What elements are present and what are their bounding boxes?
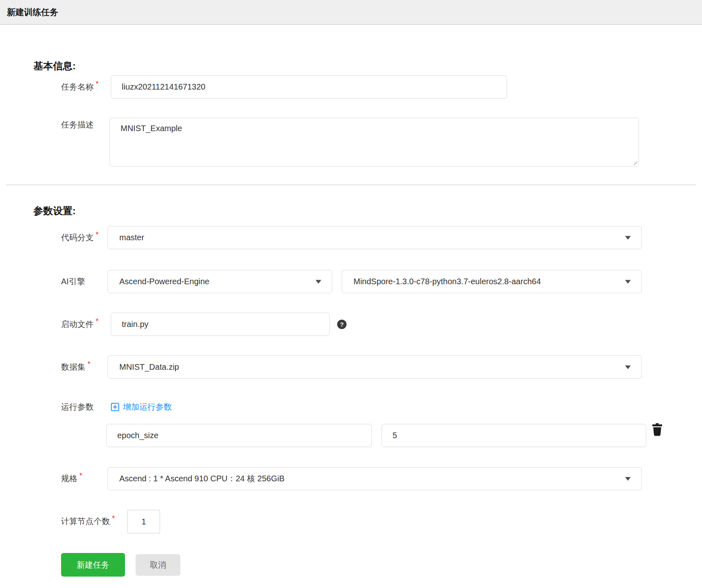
task-desc-textarea-wrap: MNIST_Example xyxy=(110,118,639,167)
code-branch-select[interactable]: master xyxy=(107,226,642,249)
chevron-down-icon xyxy=(625,477,631,480)
code-branch-label: 代码分支* xyxy=(61,226,99,249)
task-name-input[interactable] xyxy=(111,75,507,99)
task-desc-textarea[interactable]: MNIST_Example xyxy=(110,118,639,167)
trash-icon xyxy=(652,423,663,436)
add-run-param-link[interactable]: 增加运行参数 xyxy=(111,401,172,412)
add-run-param-text: 增加运行参数 xyxy=(123,402,172,412)
page-header: 新建训练任务 xyxy=(0,0,702,25)
chevron-down-icon xyxy=(625,280,631,283)
dataset-value: MNIST_Data.zip xyxy=(119,362,179,372)
section-heading-parameter-settings: 参数设置: xyxy=(33,204,76,217)
cancel-button[interactable]: 取消 xyxy=(136,554,180,576)
chevron-down-icon xyxy=(316,280,321,283)
section-divider xyxy=(6,184,696,185)
required-mark: * xyxy=(96,317,99,326)
plus-square-icon xyxy=(111,403,119,411)
boot-file-input[interactable] xyxy=(111,313,330,336)
required-mark: * xyxy=(112,514,115,523)
page-title: 新建训练任务 xyxy=(7,7,58,18)
task-desc-label: 任务描述 xyxy=(61,113,94,136)
boot-file-label: 启动文件* xyxy=(61,313,99,336)
required-mark: * xyxy=(88,360,90,369)
dataset-select[interactable]: MNIST_Data.zip xyxy=(107,355,642,379)
required-mark: * xyxy=(96,230,99,239)
required-mark: * xyxy=(79,472,82,480)
spec-select[interactable]: Ascend : 1 * Ascend 910 CPU：24 核 256GiB xyxy=(107,467,642,490)
run-param-key-input[interactable] xyxy=(106,424,372,447)
help-question-icon[interactable]: ? xyxy=(337,320,347,329)
ai-engine-select[interactable]: Ascend-Powered-Engine xyxy=(107,270,332,293)
delete-run-param-button[interactable] xyxy=(650,423,664,437)
engine-version-value: MindSpore-1.3.0-c78-python3.7-euleros2.8… xyxy=(353,277,541,286)
chevron-down-icon xyxy=(625,365,631,369)
run-params-label: 运行参数 xyxy=(61,395,94,419)
required-mark: * xyxy=(96,80,99,88)
spec-label: 规格* xyxy=(61,467,82,490)
task-name-label: 任务名称* xyxy=(61,75,99,99)
node-count-input[interactable] xyxy=(127,510,160,533)
new-training-task-page: 新建训练任务 基本信息: 任务名称* 任务描述 MNIST_Example 参数… xyxy=(0,0,702,588)
spec-value: Ascend : 1 * Ascend 910 CPU：24 核 256GiB xyxy=(119,473,285,484)
node-count-label: 计算节点个数* xyxy=(61,510,115,533)
code-branch-value: master xyxy=(119,233,144,242)
ai-engine-value: Ascend-Powered-Engine xyxy=(119,277,209,286)
create-task-button[interactable]: 新建任务 xyxy=(61,553,125,577)
run-param-value-input[interactable] xyxy=(382,424,646,447)
engine-version-select[interactable]: MindSpore-1.3.0-c78-python3.7-euleros2.8… xyxy=(342,270,642,293)
section-heading-basic-info: 基本信息: xyxy=(33,59,76,72)
dataset-label: 数据集* xyxy=(61,355,90,379)
ai-engine-label: AI引擎 xyxy=(61,270,85,293)
chevron-down-icon xyxy=(625,236,631,239)
